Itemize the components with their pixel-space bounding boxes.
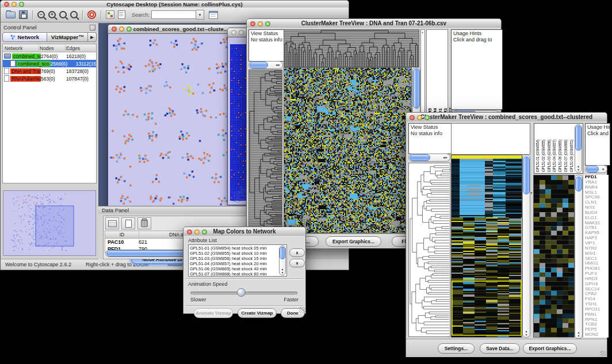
close-icon[interactable] xyxy=(250,21,255,26)
move-up-button[interactable]: ∧ xyxy=(289,248,305,257)
attribute-item[interactable]: GPL51-01 (GSM854) heat shock 05 min xyxy=(190,246,285,251)
minimize-icon[interactable] xyxy=(239,30,244,35)
network-overview-panel[interactable] xyxy=(3,190,96,256)
column-header-network[interactable]: Network xyxy=(3,45,39,51)
minimize-icon[interactable] xyxy=(119,26,124,32)
zoom-selected-icon xyxy=(59,11,67,18)
resize-grip[interactable] xyxy=(600,351,606,357)
gene-dendrogram-canvas[interactable] xyxy=(408,163,450,337)
new-attribute-button[interactable] xyxy=(121,217,135,229)
attribute-list-vscrollbar[interactable]: ▲▼ xyxy=(279,246,286,275)
help-button[interactable] xyxy=(87,9,96,21)
array-dendrogram-canvas[interactable] xyxy=(284,29,419,67)
close-icon[interactable] xyxy=(112,26,117,32)
close-icon[interactable] xyxy=(187,229,192,235)
import-attributes-button[interactable] xyxy=(209,9,218,21)
heatmap-canvas[interactable] xyxy=(451,155,522,338)
view-status-hscrollbar[interactable]: ◂▸ xyxy=(248,61,283,69)
zoom-in-button[interactable]: + xyxy=(48,9,56,21)
zoom-selected-button[interactable] xyxy=(59,9,67,21)
column-header-nodes[interactable]: Nodes xyxy=(39,45,66,51)
view-status-line: No status info xyxy=(411,131,451,137)
zoom-window-icon[interactable] xyxy=(127,26,132,32)
create-vizmap-button[interactable]: Create Vizmap xyxy=(238,308,277,318)
save-session-button[interactable] xyxy=(19,9,28,21)
scroll-arrows-icon[interactable]: ▲▼ xyxy=(280,267,285,274)
attribute-item[interactable]: GPL51-06 (GSM865) heat shock 40 min xyxy=(190,266,285,271)
network-list-row[interactable]: combined_scores 2764(0) 16218(0) xyxy=(3,52,96,60)
usage-hints-hscrollbar[interactable]: ▸ xyxy=(585,165,607,173)
float-panel-icon[interactable] xyxy=(90,25,95,30)
new-document-icon xyxy=(125,220,132,228)
export-graphics-button[interactable]: Export Graphics... xyxy=(326,236,381,247)
array-column-label[interactable]: GPL51-02 (GSM855) xyxy=(541,140,545,172)
save-data-button[interactable]: Save Data... xyxy=(480,343,520,354)
minimize-icon[interactable] xyxy=(12,2,17,7)
minimize-icon[interactable] xyxy=(258,21,263,26)
attribute-item[interactable]: GPL51-04 (GSM857) heat shock 20 min xyxy=(190,261,285,266)
attribute-item[interactable]: GPL51-03 (GSM856) heat shock 15 min xyxy=(190,256,285,261)
zoom-window-icon[interactable] xyxy=(202,229,207,235)
array-column-label[interactable]: GPL51-08 (GSM872) xyxy=(569,140,573,172)
delete-attribute-button[interactable] xyxy=(137,217,151,229)
search-input[interactable] xyxy=(151,10,196,19)
move-down-button[interactable]: ∨ xyxy=(289,259,305,267)
array-column-label[interactable]: GPL51-01 (GSM854) xyxy=(536,140,540,172)
palette-icon xyxy=(106,10,114,19)
close-icon[interactable] xyxy=(231,30,236,35)
gene-dendrogram-canvas[interactable] xyxy=(248,70,282,233)
gene-label[interactable]: MON2 xyxy=(585,332,609,338)
scroll-arrows-icon[interactable]: ▸ xyxy=(602,166,605,172)
network-list-row[interactable]: RNAPuberNov2+! 563(0) 107847(0) xyxy=(3,75,96,82)
column-labels-vscrollbar[interactable]: ▲▼ xyxy=(575,124,582,173)
minimize-icon[interactable] xyxy=(194,229,200,235)
attribute-item[interactable]: GPL51-07 (GSM868) heat shock 60 min xyxy=(190,271,285,277)
export-graphics-button[interactable]: Export Graphics... xyxy=(523,343,577,354)
annotation-button[interactable] xyxy=(118,9,125,21)
scroll-arrows-icon[interactable]: ▲▼ xyxy=(575,164,582,171)
resize-grip[interactable] xyxy=(299,307,305,313)
zoom-window-icon[interactable] xyxy=(19,2,24,7)
column-header-id[interactable]: ID xyxy=(105,232,139,237)
animate-vizmap-button[interactable]: Animate Vizmap xyxy=(194,308,233,318)
close-icon[interactable] xyxy=(4,2,9,7)
zoom-window-icon[interactable] xyxy=(424,115,430,120)
zoom-heatmap-canvas[interactable] xyxy=(533,175,575,338)
zoom-out-button[interactable]: − xyxy=(37,9,45,21)
network-table: Network Nodes Edges combined_scores 2764… xyxy=(2,44,97,183)
zoom-fit-button[interactable]: ▫ xyxy=(70,9,78,21)
open-session-button[interactable] xyxy=(6,9,16,21)
heatmap-canvas[interactable] xyxy=(284,67,412,233)
zoom-window-icon[interactable] xyxy=(265,21,270,26)
scroll-arrows-icon[interactable]: ◂▸ xyxy=(276,62,281,68)
minimize-icon[interactable] xyxy=(417,115,422,120)
column-header-edges[interactable]: Edges xyxy=(66,45,96,51)
network-list-row[interactable]: combined_sco 2569(6) 13112(15) xyxy=(3,60,96,67)
scroll-arrows-icon[interactable]: ◂▸ xyxy=(443,155,448,160)
array-column-label[interactable]: GPL51-04 (GSM857) xyxy=(552,140,556,172)
search-dropdown-button[interactable]: ▼ xyxy=(196,10,204,20)
network-edges-count: 107847(0) xyxy=(66,76,96,82)
gene-list-vscrollbar[interactable]: ▲▼ xyxy=(575,175,583,339)
array-column-label[interactable]: GPL51-06 (GSM865) xyxy=(558,140,562,172)
scroll-arrows-icon[interactable]: ▲▼ xyxy=(575,331,582,338)
attribute-listbox: GPL51-01 (GSM854) heat shock 05 minGPL51… xyxy=(188,244,287,277)
settings-button[interactable]: Settings... xyxy=(438,343,475,354)
view-status-hscrollbar[interactable]: ◂▸ xyxy=(408,154,450,162)
array-column-label[interactable]: GPL51-03 (GSM856) xyxy=(547,140,551,172)
array-column-label[interactable]: GPL51-07 (GSM868) xyxy=(564,140,568,172)
scroll-arrows-icon[interactable]: ▲▼ xyxy=(523,329,530,336)
close-icon[interactable] xyxy=(410,115,415,120)
attribute-item[interactable]: GPL51-02 (GSM855) heat shock 10 min xyxy=(190,251,285,256)
faster-label: Faster xyxy=(284,297,299,302)
tab-network[interactable]: Network xyxy=(2,32,47,42)
tab-vizmapper[interactable]: VizMapper™ xyxy=(47,32,88,42)
tab-overflow-button[interactable]: ▶ xyxy=(88,32,97,42)
network-list-row[interactable]: DNA and Tran 07 769(0) 183728(0) xyxy=(3,67,96,75)
network-overview-canvas[interactable] xyxy=(3,191,95,254)
slider-thumb[interactable] xyxy=(237,288,246,297)
select-attributes-button[interactable] xyxy=(105,217,119,229)
vizmapper-button[interactable] xyxy=(106,9,114,21)
row-value: 621 xyxy=(139,239,147,245)
heatmap-vscrollbar[interactable]: ▲▼ xyxy=(522,155,530,338)
